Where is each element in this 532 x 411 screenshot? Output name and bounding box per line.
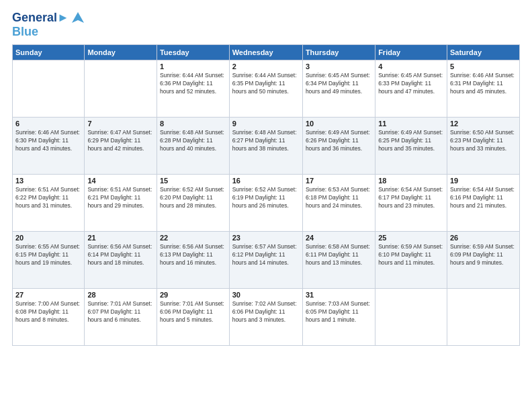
day-info: Sunrise: 7:01 AM Sunset: 6:06 PM Dayligh… (160, 300, 226, 324)
week-row-2: 6Sunrise: 6:46 AM Sunset: 6:30 PM Daylig… (13, 118, 520, 175)
calendar-cell: 12Sunrise: 6:50 AM Sunset: 6:23 PM Dayli… (447, 118, 519, 175)
day-number: 17 (306, 177, 372, 185)
day-number: 3 (306, 62, 372, 71)
calendar-cell: 5Sunrise: 6:46 AM Sunset: 6:31 PM Daylig… (447, 60, 519, 118)
weekday-header-thursday: Thursday (302, 45, 375, 60)
day-info: Sunrise: 6:47 AM Sunset: 6:29 PM Dayligh… (87, 129, 154, 153)
calendar-cell: 25Sunrise: 6:59 AM Sunset: 6:10 PM Dayli… (375, 232, 447, 289)
day-number: 24 (306, 234, 372, 242)
calendar-cell: 2Sunrise: 6:44 AM Sunset: 6:35 PM Daylig… (229, 60, 302, 118)
calendar-cell: 10Sunrise: 6:49 AM Sunset: 6:26 PM Dayli… (302, 118, 375, 175)
calendar-cell (85, 60, 157, 118)
day-number: 5 (450, 62, 517, 71)
week-row-1: 1Sunrise: 6:44 AM Sunset: 6:36 PM Daylig… (13, 60, 520, 118)
calendar-table: SundayMondayTuesdayWednesdayThursdayFrid… (12, 44, 520, 346)
day-number: 13 (15, 177, 81, 185)
day-info: Sunrise: 6:49 AM Sunset: 6:25 PM Dayligh… (378, 129, 444, 153)
day-number: 27 (15, 291, 81, 299)
day-number: 16 (232, 177, 300, 185)
calendar-cell: 3Sunrise: 6:45 AM Sunset: 6:34 PM Daylig… (302, 60, 375, 118)
calendar-cell (447, 289, 519, 346)
calendar-cell: 23Sunrise: 6:57 AM Sunset: 6:12 PM Dayli… (229, 232, 302, 289)
day-number: 15 (160, 177, 226, 185)
day-info: Sunrise: 6:46 AM Sunset: 6:30 PM Dayligh… (15, 129, 81, 153)
day-number: 19 (450, 177, 517, 185)
calendar-cell: 13Sunrise: 6:51 AM Sunset: 6:22 PM Dayli… (13, 175, 85, 232)
logo-text: General► (12, 11, 69, 25)
day-number: 20 (15, 234, 81, 242)
weekday-header-monday: Monday (85, 45, 157, 60)
day-number: 9 (232, 120, 300, 128)
logo-icon (71, 11, 85, 26)
day-number: 1 (160, 62, 226, 71)
calendar-cell: 24Sunrise: 6:58 AM Sunset: 6:11 PM Dayli… (302, 232, 375, 289)
calendar-cell: 8Sunrise: 6:48 AM Sunset: 6:28 PM Daylig… (157, 118, 229, 175)
calendar-cell: 4Sunrise: 6:45 AM Sunset: 6:33 PM Daylig… (375, 60, 447, 118)
day-number: 8 (160, 120, 226, 128)
day-number: 28 (87, 291, 154, 299)
calendar-cell: 27Sunrise: 7:00 AM Sunset: 6:08 PM Dayli… (13, 289, 85, 346)
day-info: Sunrise: 6:48 AM Sunset: 6:28 PM Dayligh… (160, 129, 226, 153)
day-info: Sunrise: 6:55 AM Sunset: 6:15 PM Dayligh… (15, 243, 81, 267)
day-number: 25 (378, 234, 444, 242)
day-number: 11 (378, 120, 444, 128)
day-info: Sunrise: 6:59 AM Sunset: 6:09 PM Dayligh… (450, 243, 517, 267)
day-number: 21 (87, 234, 154, 242)
weekday-header-friday: Friday (375, 45, 447, 60)
calendar-cell: 16Sunrise: 6:52 AM Sunset: 6:19 PM Dayli… (229, 175, 302, 232)
day-info: Sunrise: 6:46 AM Sunset: 6:31 PM Dayligh… (450, 72, 517, 96)
calendar-cell: 11Sunrise: 6:49 AM Sunset: 6:25 PM Dayli… (375, 118, 447, 175)
day-info: Sunrise: 6:52 AM Sunset: 6:20 PM Dayligh… (160, 186, 226, 210)
day-info: Sunrise: 6:45 AM Sunset: 6:34 PM Dayligh… (306, 72, 372, 96)
day-info: Sunrise: 6:44 AM Sunset: 6:35 PM Dayligh… (232, 72, 300, 96)
calendar-cell: 18Sunrise: 6:54 AM Sunset: 6:17 PM Dayli… (375, 175, 447, 232)
calendar-cell: 22Sunrise: 6:56 AM Sunset: 6:13 PM Dayli… (157, 232, 229, 289)
page: General► Blue SundayMondayTuesdayWednesd… (0, 0, 532, 411)
day-number: 22 (160, 234, 226, 242)
week-row-3: 13Sunrise: 6:51 AM Sunset: 6:22 PM Dayli… (13, 175, 520, 232)
calendar-cell: 9Sunrise: 6:48 AM Sunset: 6:27 PM Daylig… (229, 118, 302, 175)
day-number: 31 (306, 291, 372, 299)
day-info: Sunrise: 7:03 AM Sunset: 6:05 PM Dayligh… (306, 300, 372, 324)
day-info: Sunrise: 6:51 AM Sunset: 6:22 PM Dayligh… (15, 186, 81, 210)
day-info: Sunrise: 6:48 AM Sunset: 6:27 PM Dayligh… (232, 129, 300, 153)
calendar-cell: 21Sunrise: 6:56 AM Sunset: 6:14 PM Dayli… (85, 232, 157, 289)
weekday-header-sunday: Sunday (13, 45, 85, 60)
day-info: Sunrise: 6:50 AM Sunset: 6:23 PM Dayligh… (450, 129, 517, 153)
calendar-cell: 31Sunrise: 7:03 AM Sunset: 6:05 PM Dayli… (302, 289, 375, 346)
day-info: Sunrise: 6:59 AM Sunset: 6:10 PM Dayligh… (378, 243, 444, 267)
week-row-5: 27Sunrise: 7:00 AM Sunset: 6:08 PM Dayli… (13, 289, 520, 346)
calendar-cell: 6Sunrise: 6:46 AM Sunset: 6:30 PM Daylig… (13, 118, 85, 175)
calendar-cell: 15Sunrise: 6:52 AM Sunset: 6:20 PM Dayli… (157, 175, 229, 232)
header: General► Blue (12, 11, 520, 38)
calendar-cell (375, 289, 447, 346)
logo: General► Blue (12, 11, 85, 38)
day-number: 18 (378, 177, 444, 185)
day-info: Sunrise: 6:56 AM Sunset: 6:13 PM Dayligh… (160, 243, 226, 267)
day-info: Sunrise: 6:58 AM Sunset: 6:11 PM Dayligh… (306, 243, 372, 267)
calendar-cell: 26Sunrise: 6:59 AM Sunset: 6:09 PM Dayli… (447, 232, 519, 289)
day-info: Sunrise: 6:54 AM Sunset: 6:16 PM Dayligh… (450, 186, 517, 210)
day-info: Sunrise: 6:44 AM Sunset: 6:36 PM Dayligh… (160, 72, 226, 96)
weekday-header-tuesday: Tuesday (157, 45, 229, 60)
calendar-cell: 7Sunrise: 6:47 AM Sunset: 6:29 PM Daylig… (85, 118, 157, 175)
calendar-cell: 20Sunrise: 6:55 AM Sunset: 6:15 PM Dayli… (13, 232, 85, 289)
day-info: Sunrise: 6:53 AM Sunset: 6:18 PM Dayligh… (306, 186, 372, 210)
day-number: 4 (378, 62, 444, 71)
weekday-header-row: SundayMondayTuesdayWednesdayThursdayFrid… (13, 45, 520, 60)
calendar-cell: 17Sunrise: 6:53 AM Sunset: 6:18 PM Dayli… (302, 175, 375, 232)
day-number: 6 (15, 120, 81, 128)
day-number: 14 (87, 177, 154, 185)
day-info: Sunrise: 6:45 AM Sunset: 6:33 PM Dayligh… (378, 72, 444, 96)
day-number: 2 (232, 62, 300, 71)
weekday-header-saturday: Saturday (447, 45, 519, 60)
day-number: 10 (306, 120, 372, 128)
day-info: Sunrise: 6:49 AM Sunset: 6:26 PM Dayligh… (306, 129, 372, 153)
calendar-cell: 28Sunrise: 7:01 AM Sunset: 6:07 PM Dayli… (85, 289, 157, 346)
day-number: 12 (450, 120, 517, 128)
day-number: 26 (450, 234, 517, 242)
logo-blue: Blue (12, 26, 85, 38)
calendar-cell (13, 60, 85, 118)
day-info: Sunrise: 7:02 AM Sunset: 6:06 PM Dayligh… (232, 300, 300, 324)
day-info: Sunrise: 7:01 AM Sunset: 6:07 PM Dayligh… (87, 300, 154, 324)
